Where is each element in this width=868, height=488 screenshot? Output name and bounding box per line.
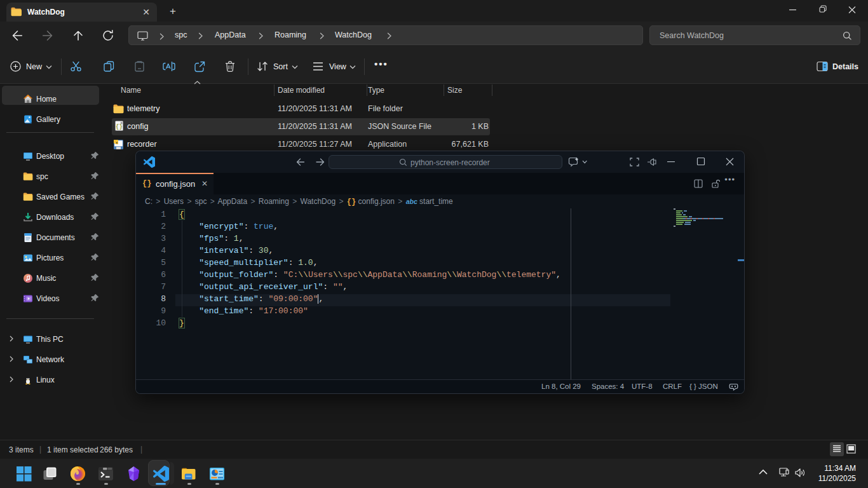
svg-text:{}: {} xyxy=(116,124,123,130)
